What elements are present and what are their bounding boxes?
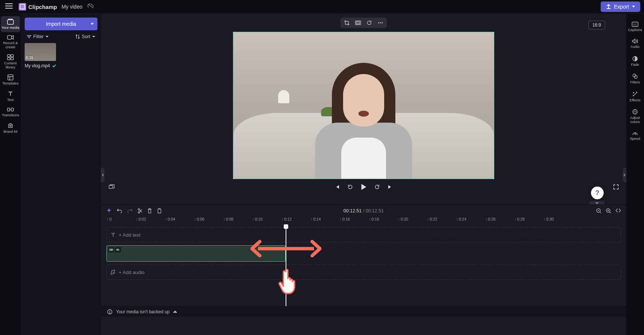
redo-button[interactable]	[127, 209, 133, 213]
clip-expand-icon[interactable]	[108, 247, 114, 252]
fit-button[interactable]	[353, 19, 363, 27]
video-title[interactable]: My video	[62, 4, 83, 10]
prop-label: Fade	[631, 63, 639, 67]
text-icon	[111, 232, 116, 237]
cloud-sync-off-icon[interactable]	[87, 3, 94, 10]
import-media-button[interactable]: Import media	[25, 18, 97, 30]
prop-captions[interactable]: CC Captions	[626, 19, 644, 34]
fit-icon	[355, 21, 361, 25]
nav-templates[interactable]: Templates	[1, 72, 20, 88]
crop-button[interactable]	[342, 19, 352, 27]
ruler-tick: 0:08	[226, 217, 233, 221]
help-button[interactable]: ?	[591, 187, 604, 199]
nav-record-create[interactable]: Record & create	[1, 32, 20, 52]
prop-label: Adjust colors	[626, 116, 644, 124]
prop-speed[interactable]: Speed	[626, 128, 644, 143]
ruler-tick: 0:18	[371, 217, 379, 221]
ruler-tick: 0:26	[488, 217, 495, 221]
resize-handle-tr[interactable]	[492, 32, 494, 34]
pip-button[interactable]	[364, 19, 374, 27]
svg-point-22	[380, 22, 381, 24]
audio-track[interactable]: + Add audio	[106, 265, 621, 280]
hamburger-menu[interactable]	[4, 1, 14, 12]
clipboard-icon	[157, 208, 162, 213]
prop-audio[interactable]: Audio	[626, 36, 644, 51]
media-item[interactable]: 0:15 My vlog.mp4	[25, 43, 97, 68]
detach-preview-button[interactable]	[109, 184, 115, 190]
transitions-icon	[7, 107, 14, 112]
play-button[interactable]	[361, 184, 367, 190]
ai-button[interactable]	[106, 208, 112, 213]
skip-forward-button[interactable]	[388, 184, 393, 190]
svg-point-26	[138, 212, 140, 213]
prop-label: Filters	[630, 80, 640, 84]
prop-fade[interactable]: Fade	[626, 53, 644, 69]
chevron-up-icon[interactable]	[173, 311, 177, 313]
timeline-ruler[interactable]: 00:020:040:060:080:100:120:140:160:180:2…	[106, 217, 621, 224]
nav-text[interactable]: Text	[1, 88, 20, 104]
zoom-out-icon	[596, 208, 601, 213]
chevron-down-icon	[92, 36, 95, 38]
undo-button[interactable]	[117, 209, 122, 213]
forward-button[interactable]	[374, 184, 380, 190]
svg-point-38	[109, 313, 110, 313]
media-thumbnail[interactable]: 0:15	[25, 43, 56, 61]
crop-icon	[344, 20, 349, 25]
svg-rect-20	[357, 22, 360, 24]
sort-button[interactable]: Sort	[75, 34, 95, 39]
rewind-button[interactable]	[347, 184, 353, 190]
templates-icon	[7, 74, 13, 80]
filter-label: Filter	[33, 34, 44, 39]
sparkle-icon	[106, 208, 112, 213]
zoom-fit-button[interactable]	[616, 208, 621, 213]
audio-icon	[632, 39, 638, 44]
zoom-out-button[interactable]	[596, 208, 601, 213]
filter-icon	[27, 35, 31, 39]
prop-adjust-colors[interactable]: Adjust colors	[626, 106, 644, 126]
filter-button[interactable]: Filter	[27, 34, 49, 39]
svg-point-25	[138, 209, 140, 210]
nav-label: Content library	[1, 61, 20, 69]
expand-properties-button[interactable]	[623, 168, 626, 182]
tutorial-hand-icon	[277, 268, 300, 295]
skip-back-button[interactable]	[335, 184, 340, 190]
nav-transitions[interactable]: Transitions	[1, 104, 20, 120]
rotate-icon	[367, 20, 372, 25]
svg-rect-27	[158, 209, 161, 213]
svg-rect-9	[11, 58, 13, 60]
trash-icon	[147, 208, 152, 213]
collapse-panel-button[interactable]	[101, 168, 105, 182]
video-preview[interactable]	[233, 32, 494, 179]
zoom-in-button[interactable]	[606, 208, 611, 213]
nav-label: Record & create	[1, 41, 20, 49]
split-button[interactable]	[138, 208, 142, 213]
ruler-tick: 0:28	[517, 217, 525, 221]
warning-icon	[107, 309, 112, 314]
scissors-icon	[138, 208, 142, 213]
filters-icon	[632, 73, 638, 79]
export-button[interactable]: Export	[601, 1, 640, 12]
nav-brand-kit[interactable]: Brand kit	[1, 120, 20, 136]
delete-button[interactable]	[147, 208, 152, 213]
clip-audio-icon[interactable]	[115, 247, 121, 252]
more-button[interactable]	[375, 19, 386, 27]
fullscreen-button[interactable]	[613, 184, 619, 190]
aspect-ratio-button[interactable]: 16:9	[588, 21, 605, 30]
nav-content-library[interactable]: Content library	[1, 52, 20, 72]
prop-label: Speed	[630, 137, 640, 141]
prop-label: Captions	[628, 28, 642, 32]
svg-point-44	[633, 92, 634, 93]
redo-icon	[127, 209, 133, 213]
prop-filters[interactable]: Filters	[626, 71, 644, 87]
nav-label: Brand kit	[3, 130, 18, 133]
svg-point-23	[382, 22, 383, 24]
prop-effects[interactable]: Effects	[626, 89, 644, 105]
ruler-tick: 0:12	[284, 217, 292, 221]
svg-point-15	[10, 125, 11, 126]
text-track[interactable]: + Add text	[106, 227, 621, 242]
prop-label: Audio	[631, 45, 640, 49]
current-time: 00:12.51	[343, 208, 362, 213]
media-panel: Import media Filter Sort 0:15 My vlog.mp…	[21, 14, 101, 335]
nav-your-media[interactable]: Your media	[1, 16, 20, 32]
copy-button[interactable]	[157, 208, 162, 213]
